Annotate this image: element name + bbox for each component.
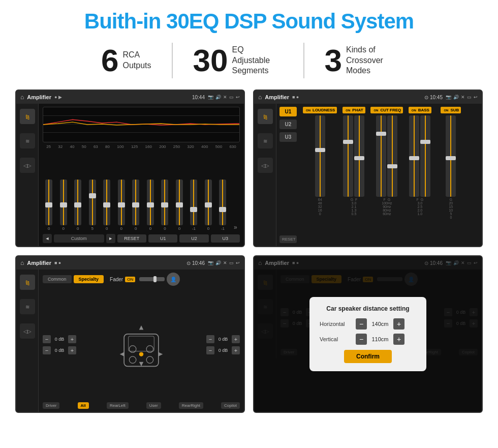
btn-rearleft[interactable]: RearLeft	[107, 402, 129, 409]
dialog-overlay: Car speaker distance setting Horizontal …	[254, 256, 482, 412]
screen-dialog: ⌂ Amplifier ■ ● ⊙ 10:46 📷🔊✕▭↩ ⧎ ≋ ◁▷	[253, 255, 483, 413]
eq-next-btn[interactable]: ►	[106, 234, 115, 243]
channel-phat: ON PHAT	[339, 107, 368, 243]
stat-crossover: 3 Kinds ofCrossover Modes	[304, 45, 417, 76]
fader-main: Common Specialty Fader ON 👤 −	[39, 270, 244, 412]
u1-btn[interactable]: U1	[279, 107, 297, 116]
eq-custom-btn[interactable]: Custom	[54, 234, 104, 243]
time-crossover: ⊙ 10:45	[424, 95, 443, 100]
fader-btn-filter[interactable]: ⧎	[20, 275, 35, 290]
eq-btn-wave[interactable]: ≋	[20, 133, 35, 148]
xover-btn-wave[interactable]: ≋	[258, 133, 273, 148]
dialog-horizontal-value: 140cm	[370, 321, 390, 327]
svg-marker-10	[139, 325, 143, 329]
time-eq: 10:44	[192, 95, 205, 100]
eq-slider-expand[interactable]: »	[234, 224, 237, 231]
db-minus-rr[interactable]: −	[206, 346, 214, 354]
dialog-vertical-label: Vertical	[320, 336, 353, 342]
topbar-icons-crossover: 📷🔊✕▭↩	[446, 95, 478, 100]
eq-u1-btn[interactable]: U1	[148, 234, 177, 243]
db-val-fl: 0 dB	[52, 337, 67, 342]
eq-slider-8: 0	[161, 180, 168, 231]
topbar-eq: ⌂ Amplifier ● ▶ 10:44 📷🔊✕▭↩	[16, 91, 244, 104]
home-icon-3: ⌂	[20, 259, 24, 266]
db-plus-fr[interactable]: +	[232, 335, 240, 343]
u-buttons: U1 U2 U3 RESET	[279, 107, 297, 243]
fader-on-badge: ON	[125, 277, 135, 282]
stat-rca-label: RCAOutputs	[123, 50, 151, 71]
dialog-horizontal-plus[interactable]: +	[393, 318, 404, 330]
confirm-button[interactable]: Confirm	[344, 350, 392, 363]
eq-slider-12: -1	[219, 180, 226, 231]
fader-slider[interactable]	[139, 277, 165, 281]
reset-btn[interactable]: RESET	[279, 235, 297, 243]
db-control-fl: − 0 dB +	[43, 335, 76, 343]
dialog-row-vertical: Vertical − 110cm +	[320, 334, 416, 345]
db-plus-fl[interactable]: +	[68, 335, 76, 343]
eq-u2-btn[interactable]: U2	[179, 234, 208, 243]
eq-slider-5: 0	[118, 180, 125, 231]
eq-btn-vol[interactable]: ◁▷	[20, 158, 35, 173]
svg-point-8	[146, 356, 153, 363]
app-name-fader: Amplifier	[27, 260, 51, 266]
db-val-rl: 0 dB	[52, 348, 67, 353]
dialog-horizontal-minus[interactable]: −	[356, 318, 367, 330]
db-plus-rr[interactable]: +	[232, 346, 240, 354]
stat-eq: 30 EQ AdjustableSegments	[173, 45, 303, 76]
eq-u3-btn[interactable]: U3	[211, 234, 240, 243]
tab-common[interactable]: Common	[43, 275, 72, 283]
eq-slider-7: 0	[147, 180, 154, 231]
eq-reset-btn[interactable]: RESET	[117, 234, 146, 243]
u3-btn[interactable]: U3	[279, 132, 297, 142]
channel-loudness: ON LOUDNESS 644832160	[303, 107, 337, 243]
btn-copilot[interactable]: Copilot	[221, 402, 240, 409]
dialog-vertical-minus[interactable]: −	[356, 334, 367, 345]
xover-btn-vol[interactable]: ◁▷	[258, 158, 273, 173]
crossover-main: U1 U2 U3 RESET ON LOUDNESS	[276, 104, 482, 246]
db-plus-rl[interactable]: +	[68, 346, 76, 354]
crossover-sidebar: ⧎ ≋ ◁▷	[254, 104, 276, 246]
dialog-title: Car speaker distance setting	[320, 305, 416, 312]
eq-slider-9: 0	[176, 180, 183, 231]
eq-freq-labels: 2532 4050 6380 100125 160200 250320 4005…	[43, 144, 240, 149]
btn-rearright[interactable]: RearRight	[179, 402, 203, 409]
eq-graph	[43, 107, 240, 142]
dialog-vertical-plus[interactable]: +	[393, 334, 404, 345]
db-minus-fr[interactable]: −	[206, 335, 214, 343]
eq-sliders-row: 0 0 0 5	[43, 151, 240, 231]
svg-point-7	[129, 356, 136, 363]
dialog-horizontal-label: Horizontal	[320, 321, 353, 327]
svg-marker-12	[120, 352, 124, 356]
fader-profile-icon: 👤	[167, 273, 180, 286]
screen-fader: ⌂ Amplifier ■ ● ⊙ 10:46 📷🔊✕▭↩ ⧎ ≋ ◁▷ Com…	[15, 255, 245, 413]
stat-eq-label: EQ AdjustableSegments	[232, 45, 283, 76]
crossover-content: ⧎ ≋ ◁▷ U1 U2 U3 RESET	[254, 104, 482, 246]
svg-rect-4	[129, 336, 154, 351]
tab-specialty[interactable]: Specialty	[74, 275, 104, 283]
svg-marker-13	[159, 352, 163, 356]
fader-btn-wave[interactable]: ≋	[20, 299, 35, 314]
xover-btn-filter[interactable]: ⧎	[258, 109, 273, 124]
eq-slider-4: 0	[103, 180, 110, 231]
btn-user[interactable]: User	[146, 402, 161, 409]
eq-slider-10: -1	[190, 180, 197, 231]
db-minus-rl[interactable]: −	[43, 346, 51, 354]
btn-all[interactable]: All	[78, 402, 89, 409]
fader-btn-vol[interactable]: ◁▷	[20, 323, 35, 339]
speaker-right-col: − 0 dB + − 0 dB +	[206, 335, 240, 354]
screen-eq: ⌂ Amplifier ● ▶ 10:44 📷🔊✕▭↩ ⧎ ≋ ◁▷	[15, 89, 245, 247]
stat-crossover-label: Kinds ofCrossover Modes	[346, 45, 397, 76]
eq-nav-row: ◄ Custom ► RESET U1 U2 U3	[43, 234, 240, 243]
eq-btn-filter[interactable]: ⧎	[20, 109, 35, 124]
car-diagram	[80, 317, 202, 373]
db-minus-fl[interactable]: −	[43, 335, 51, 343]
time-fader: ⊙ 10:46	[186, 260, 205, 266]
channel-bass: ON BASS	[406, 107, 434, 243]
u2-btn[interactable]: U2	[279, 120, 297, 129]
topbar-crossover: ⌂ Amplifier ■ ● ⊙ 10:45 📷🔊✕▭↩	[254, 91, 482, 104]
screen-crossover: ⌂ Amplifier ■ ● ⊙ 10:45 📷🔊✕▭↩ ⧎ ≋ ◁▷	[253, 89, 483, 247]
btn-driver[interactable]: Driver	[43, 402, 59, 409]
channel-sub: ON SUB G 20151050	[437, 107, 465, 243]
page-title: Buith-in 30EQ DSP Sound System	[15, 9, 483, 34]
eq-prev-btn[interactable]: ◄	[43, 234, 52, 243]
